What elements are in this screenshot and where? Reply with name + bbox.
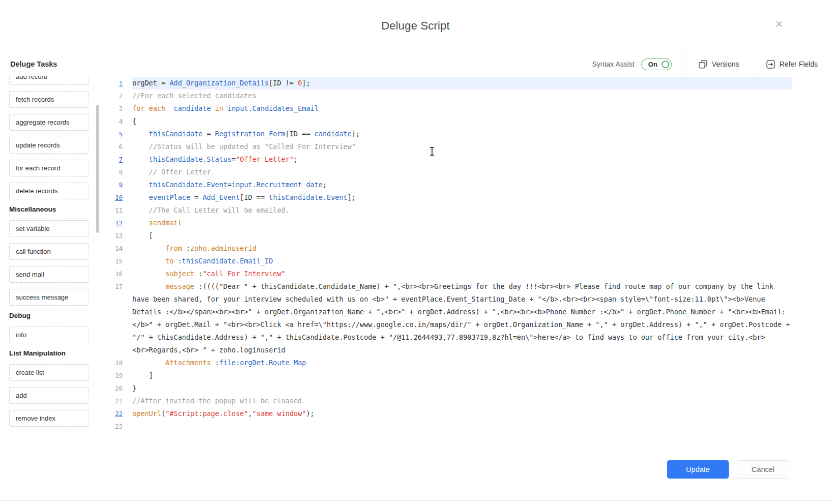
line-number[interactable]: 9	[104, 179, 123, 191]
toolbar-right: Syntax Assist On Versions	[579, 52, 831, 76]
refer-fields-icon	[766, 60, 775, 69]
line-number: 11	[104, 204, 123, 217]
deluge-task-item[interactable]: create list	[9, 364, 89, 381]
versions-label: Versions	[712, 60, 739, 68]
line-number: 2	[104, 90, 123, 102]
code-line: 17 message :(((("Dear " + thisCandidate.…	[104, 280, 831, 357]
line-number: 19	[104, 369, 123, 382]
code-lines: 1orgDet = Add_Organization_Details[ID !=…	[104, 77, 831, 433]
code-text: message :(((("Dear " + thisCandidate.Can…	[132, 280, 792, 357]
close-icon[interactable]: ✕	[775, 19, 783, 29]
line-number[interactable]: 22	[104, 407, 123, 420]
line-number[interactable]: 5	[104, 128, 123, 140]
code-line: 16 subject :"call For Interview"	[104, 268, 831, 280]
line-number[interactable]: 1	[104, 77, 123, 90]
code-line: 8 // Offer Letter	[104, 166, 831, 179]
code-text: ]	[132, 369, 792, 382]
dialog-bottom-border	[0, 500, 831, 501]
line-number: 3	[104, 102, 123, 115]
line-number: 13	[104, 229, 123, 242]
line-number[interactable]: 12	[104, 217, 123, 229]
code-line: 11 //The Call Letter will be emailed.	[104, 204, 831, 217]
code-text: //Status will be updated as "Called For …	[132, 140, 792, 153]
line-number[interactable]: 10	[104, 191, 123, 204]
sidebar-group-heading: Debug	[9, 312, 104, 319]
refer-fields-label: Refer Fields	[780, 60, 818, 68]
line-number: 4	[104, 115, 123, 128]
code-text: from :zoho.adminuserid	[132, 242, 792, 255]
line-number: 17	[104, 280, 123, 357]
code-line: 19 ]	[104, 369, 831, 382]
code-line: 10 eventPlace = Add_Event[ID == thisCand…	[104, 191, 831, 204]
deluge-tasks-heading: Deluge Tasks	[0, 52, 57, 76]
code-line: 6 //Status will be updated as "Called Fo…	[104, 140, 831, 153]
deluge-task-item[interactable]: info	[9, 327, 89, 343]
deluge-task-item[interactable]: remove index	[9, 410, 89, 427]
code-line: 15 to :thisCandidate.Email_ID	[104, 255, 831, 268]
deluge-task-item[interactable]: for each record	[9, 160, 89, 176]
update-button[interactable]: Update	[667, 460, 729, 479]
code-text: // Offer Letter	[132, 166, 792, 179]
code-line: 7 thisCandidate.Status="Offer Letter";	[104, 153, 831, 166]
deluge-task-item[interactable]: delete records	[9, 183, 89, 199]
cancel-button[interactable]: Cancel	[737, 460, 789, 479]
code-text: thisCandidate = Registration_Form[ID == …	[132, 128, 792, 140]
dialog-title: Deluge Script	[381, 19, 450, 33]
syntax-assist-section: Syntax Assist On	[579, 52, 685, 76]
sidebar-group-heading: List Manipulation	[9, 349, 104, 357]
deluge-task-item[interactable]: fetch records	[9, 91, 89, 108]
code-text: subject :"call For Interview"	[132, 268, 792, 280]
line-number: 14	[104, 242, 123, 255]
code-text: to :thisCandidate.Email_ID	[132, 255, 792, 268]
deluge-script-dialog: Deluge Script ✕ Deluge Tasks Syntax Assi…	[0, 0, 831, 503]
toolbar: Deluge Tasks Syntax Assist On Versions	[0, 52, 831, 76]
line-number: 21	[104, 395, 123, 407]
deluge-tasks-sidebar: add recordfetch recordsaggregate records…	[0, 76, 104, 503]
sidebar-group-heading: Miscellaneous	[9, 205, 104, 213]
code-line: 21//After invited the popup will be cloa…	[104, 395, 831, 407]
code-text: thisCandidate.Status="Offer Letter";	[132, 153, 792, 166]
line-number[interactable]: 7	[104, 153, 123, 166]
code-text: //The Call Letter will be emailed.	[132, 204, 792, 217]
deluge-task-item[interactable]: add record	[9, 76, 89, 85]
deluge-task-item[interactable]: success message	[9, 289, 89, 306]
line-number: 18	[104, 357, 123, 369]
deluge-task-item[interactable]: update records	[9, 137, 89, 154]
toggle-state-label: On	[648, 61, 657, 68]
line-number: 8	[104, 166, 123, 179]
code-line: 5 thisCandidate = Registration_Form[ID =…	[104, 128, 831, 140]
code-line: 1orgDet = Add_Organization_Details[ID !=…	[104, 77, 831, 90]
code-line: 20}	[104, 382, 831, 395]
deluge-task-item[interactable]: aggregate records	[9, 114, 89, 131]
versions-button[interactable]: Versions	[685, 52, 753, 76]
line-number: 23	[104, 420, 123, 433]
deluge-task-item[interactable]: set variable	[9, 220, 89, 237]
deluge-task-item[interactable]: send mail	[9, 266, 89, 283]
code-line: 18 Attachments :file:orgDet.Route_Map	[104, 357, 831, 369]
line-number: 6	[104, 140, 123, 153]
code-line: 14 from :zoho.adminuserid	[104, 242, 831, 255]
line-number: 15	[104, 255, 123, 268]
code-text: eventPlace = Add_Event[ID == thisCandida…	[132, 191, 792, 204]
code-text: {	[132, 115, 792, 128]
code-text: }	[132, 382, 792, 395]
deluge-task-item[interactable]: add	[9, 387, 89, 404]
code-text: //For each selected candidates	[132, 90, 792, 102]
deluge-tasks-list: add recordfetch recordsaggregate records…	[9, 76, 104, 427]
code-text	[132, 420, 792, 433]
code-editor[interactable]: 1orgDet = Add_Organization_Details[ID !=…	[104, 76, 831, 503]
versions-icon	[699, 60, 707, 69]
syntax-assist-toggle[interactable]: On	[641, 58, 672, 70]
code-line: 9 thisCandidate.Event=input.Recruitment_…	[104, 179, 831, 191]
line-number: 16	[104, 268, 123, 280]
deluge-task-item[interactable]: call function	[9, 243, 89, 260]
code-text: //After invited the popup will be cloase…	[132, 395, 792, 407]
code-line: 12 sendmail	[104, 217, 831, 229]
syntax-assist-label: Syntax Assist	[592, 60, 635, 68]
refer-fields-button[interactable]: Refer Fields	[753, 52, 831, 76]
code-text: Attachments :file:orgDet.Route_Map	[132, 357, 792, 369]
code-line: 22openUrl("#Script:page.close","same win…	[104, 407, 831, 420]
code-text: sendmail	[132, 217, 792, 229]
sidebar-scrollbar[interactable]	[96, 105, 99, 233]
code-line: 13 [	[104, 229, 831, 242]
